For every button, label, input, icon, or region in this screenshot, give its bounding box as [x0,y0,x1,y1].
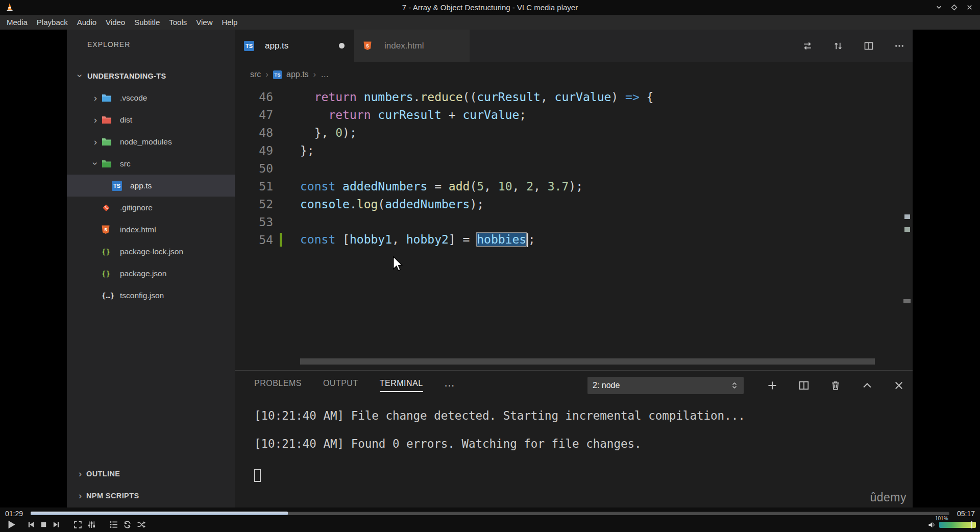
explorer-item-src[interactable]: ›src [67,153,235,175]
new-terminal-icon[interactable] [767,380,778,391]
volume-percent: 101% [935,516,948,521]
explorer-item-package-lock-json[interactable]: ›{}package-lock.json [67,240,235,262]
panel-tab-problems[interactable]: PROBLEMS [254,379,302,392]
breadcrumb-src[interactable]: src [250,70,261,79]
panel-tabs: PROBLEMSOUTPUTTERMINAL⋯ [254,375,455,396]
maximize-button[interactable] [951,4,958,11]
open-changes-icon[interactable] [802,41,813,51]
menu-view[interactable]: View [191,15,217,30]
unsaved-dot-icon[interactable] [339,43,345,49]
line-number: 48 [235,126,273,139]
gutter [273,213,283,231]
code-line-47[interactable]: 47 return curResult + curValue; [235,106,903,124]
seek-slider[interactable] [31,512,949,515]
video-stage: EXPLORER › UNDERSTANDING-TS ›.vscode›dis… [0,30,980,507]
menu-video[interactable]: Video [101,15,130,30]
panel-tab-output[interactable]: OUTPUT [323,379,358,392]
split-editor-icon[interactable] [864,41,874,51]
explorer-item-dist[interactable]: ›dist [67,109,235,131]
kill-terminal-icon[interactable] [830,380,841,391]
menu-subtitle[interactable]: Subtitle [130,15,164,30]
explorer-item-tsconfig-json[interactable]: ›{…}tsconfig.json [67,284,235,306]
extended-settings-button[interactable] [87,520,96,529]
split-terminal-icon[interactable] [798,380,810,391]
editor-tabbar: TSapp.ts5index.html [235,30,913,62]
seek-progress [31,512,288,515]
section-label: NPM SCRIPTS [86,492,139,500]
horizontal-scrollbar[interactable] [300,358,875,365]
explorer-item-label: dist [120,115,132,125]
code-line-50[interactable]: 50 [235,159,903,177]
json-file-icon: {} [102,270,118,278]
breadcrumb-symbol[interactable]: … [321,70,329,79]
udemy-watermark: ûdemy [870,491,906,504]
explorer-item-gitignore[interactable]: ›.gitignore [67,197,235,219]
menu-audio[interactable]: Audio [72,15,101,30]
menu-help[interactable]: Help [217,15,242,30]
html-file-icon: 5 [102,225,118,234]
tab-app-ts[interactable]: TSapp.ts [235,30,354,62]
terminal-shell-select[interactable]: 2: node [587,377,744,394]
loop-button[interactable] [123,520,132,529]
vlc-controls: 01:29 05:17 101% [0,507,980,532]
section-outline[interactable]: ›OUTLINE [67,463,235,485]
stop-button[interactable] [40,521,47,528]
maximize-panel-icon[interactable] [862,380,873,391]
breadcrumb-file[interactable]: app.ts [286,70,309,79]
window-title: 7 - Array & Object Destructuring - VLC m… [0,3,980,12]
tab-label: app.ts [265,41,288,51]
close-panel-icon[interactable] [893,380,904,391]
gutter [273,177,283,195]
previous-button[interactable] [27,521,35,528]
code-line-46[interactable]: 46 return numbers.reduce((curResult, cur… [235,88,903,106]
code-line-49[interactable]: 49}; [235,141,903,159]
terminal-line [254,423,745,438]
explorer-sections: ›OUTLINE›NPM SCRIPTS [67,463,235,506]
shuffle-button[interactable] [137,520,145,529]
explorer-item-label: .vscode [120,93,147,103]
terminal-output[interactable]: [10:21:40 AM] File change detected. Star… [254,409,745,482]
code-line-48[interactable]: 48 }, 0); [235,124,903,141]
shell-select-value: 2: node [593,381,620,390]
play-button[interactable] [7,520,16,529]
overview-ruler-mark [903,299,911,303]
menu-playback[interactable]: Playback [32,15,72,30]
panel-more-icon[interactable]: ⋯ [445,379,455,392]
explorer-item-package-json[interactable]: ›{}package.json [67,262,235,284]
more-actions-icon[interactable] [894,41,904,51]
video-frame[interactable]: EXPLORER › UNDERSTANDING-TS ›.vscode›dis… [67,30,913,507]
seek-row: 01:29 05:17 [0,507,980,518]
code-line-54[interactable]: 54const [hobby1, hobby2] = hobbies; [235,231,903,249]
volume-icon[interactable] [928,521,936,529]
volume-slider[interactable] [939,522,976,528]
close-button[interactable] [966,4,973,11]
code-line-52[interactable]: 52console.log(addedNumbers); [235,195,903,213]
section-npm-scripts[interactable]: ›NPM SCRIPTS [67,485,235,506]
line-number: 51 [235,180,273,193]
explorer-root[interactable]: › UNDERSTANDING-TS [67,65,235,87]
svg-text:5: 5 [366,43,369,48]
mouse-cursor [392,256,403,272]
explorer-item-label: .gitignore [120,203,153,212]
explorer-item-app-ts[interactable]: ›TSapp.ts [67,175,235,197]
json-file-icon: {} [102,248,118,256]
code-line-51[interactable]: 51const addedNumbers = add(5, 10, 2, 3.7… [235,177,903,195]
menu-tools[interactable]: Tools [164,15,191,30]
fullscreen-button[interactable] [74,520,82,529]
explorer-item-index-html[interactable]: ›5index.html [67,219,235,240]
playlist-button[interactable] [109,520,118,529]
code-line-53[interactable]: 53 [235,213,903,231]
compare-changes-icon[interactable] [833,41,843,51]
menu-media[interactable]: Media [2,15,32,30]
panel-tab-terminal[interactable]: TERMINAL [380,379,423,392]
next-button[interactable] [53,521,60,528]
tab-index-html[interactable]: 5index.html [354,30,470,62]
line-number: 47 [235,108,273,122]
explorer-item-vscode[interactable]: ›.vscode [67,87,235,109]
vlc-titlebar: 7 - Array & Object Destructuring - VLC m… [0,0,980,15]
editor-tabs: TSapp.ts5index.html [235,30,470,62]
minimize-button[interactable] [936,4,942,11]
code-area[interactable]: 46 return numbers.reduce((curResult, cur… [235,88,903,249]
explorer-item-node-modules[interactable]: ›node_modules [67,131,235,153]
explorer-item-label: node_modules [120,137,172,147]
